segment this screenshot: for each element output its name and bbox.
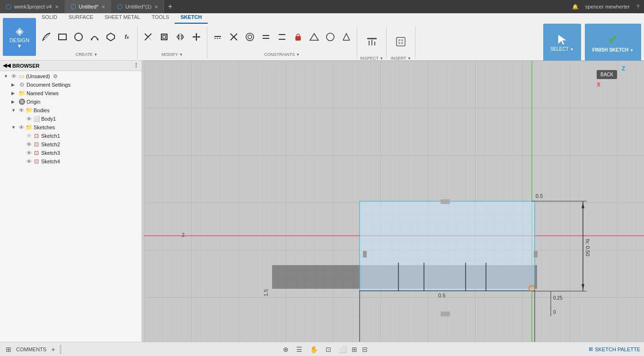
pan-tool-button[interactable]: ✋ xyxy=(308,345,320,354)
constraints-label: CONSTRAINTS ▼ xyxy=(265,52,300,58)
root-folder-icon: ▭ xyxy=(18,73,25,80)
browser-options-icon[interactable]: ⋮ xyxy=(133,62,139,69)
root-expand-arrow[interactable]: ▼ xyxy=(4,74,9,79)
doc-settings-arrow[interactable]: ▶ xyxy=(11,82,17,87)
tree-item-root[interactable]: ▼ 👁 ▭ (Unsaved) ⚙ xyxy=(0,72,141,80)
fx-label: fx xyxy=(124,34,129,40)
x-axis-label: X xyxy=(597,81,600,88)
modify-group: MODIFY ▼ xyxy=(138,27,207,59)
tree-item-sketch1[interactable]: ▶ 👁 ⊡ Sketch1 xyxy=(0,132,141,140)
bodies-visibility-icon[interactable]: 👁 xyxy=(19,107,24,113)
design-button[interactable]: ◈ DESIGN ▼ xyxy=(3,18,36,56)
display-settings-button[interactable]: ☰ xyxy=(294,345,304,354)
tab-week3[interactable]: ⬡ week3project v4 ✕ xyxy=(0,0,65,13)
browser-collapse-icon[interactable]: ◀◀ xyxy=(3,62,10,69)
insert-button[interactable] xyxy=(389,27,412,56)
select-button[interactable]: SELECT ▼ xyxy=(543,24,581,62)
equal-constraint-button[interactable] xyxy=(258,27,273,46)
trim-tool-button[interactable] xyxy=(141,27,156,46)
circle-constraint-button[interactable] xyxy=(242,27,257,46)
root-visibility-icon[interactable]: 👁 xyxy=(11,73,17,79)
constraints-group-items xyxy=(210,27,354,46)
finish-sketch-button[interactable]: ✔ FINISH SKETCH ▼ xyxy=(585,24,641,62)
triangle-constraint-button[interactable] xyxy=(307,27,322,46)
sketch1-visibility-icon[interactable]: 👁 xyxy=(26,133,32,139)
rectangle-tool-button[interactable] xyxy=(55,27,70,46)
origin-arrow[interactable]: ▶ xyxy=(11,99,17,104)
help-icon[interactable]: ? xyxy=(636,4,639,9)
bottombar-divider[interactable] xyxy=(60,345,62,354)
sketch3-visibility-icon[interactable]: 👁 xyxy=(26,150,32,156)
dim-0-label: 0 xyxy=(553,310,556,315)
fix-constraint-button[interactable] xyxy=(210,27,225,46)
tab-untitled1-close[interactable]: ✕ xyxy=(101,4,105,9)
perpendicular-constraint-button[interactable] xyxy=(226,27,241,46)
view-orientation-button[interactable]: ⊕ xyxy=(281,345,291,354)
sketch4-visibility-icon[interactable]: 👁 xyxy=(26,159,32,164)
sketch2-visibility-icon[interactable]: 👁 xyxy=(26,142,32,147)
browser-header-icons: ⋮ xyxy=(133,62,139,69)
lock-constraint-button[interactable] xyxy=(291,27,306,46)
circle2-constraint-button[interactable] xyxy=(323,27,338,46)
spike-constraint-button[interactable] xyxy=(339,27,354,46)
back-view-button[interactable]: BACK xyxy=(597,70,617,79)
zoom-fit-button[interactable]: ⊡ xyxy=(324,345,333,354)
arc-tool-button[interactable] xyxy=(87,27,102,46)
root-label: (Unsaved) xyxy=(26,73,50,79)
comments-add-icon[interactable]: + xyxy=(49,345,57,354)
inspect-button[interactable] xyxy=(361,27,383,56)
tab-solid[interactable]: SOLID xyxy=(36,12,63,24)
view-mode-2-button[interactable]: ⊞ xyxy=(350,345,359,354)
tab-sketch[interactable]: SKETCH xyxy=(175,12,207,24)
polygon-tool-button[interactable] xyxy=(103,27,118,46)
constraint-icon-1 xyxy=(363,251,367,258)
tab-untitled2-close[interactable]: ✕ xyxy=(154,4,158,9)
bodies-label: Bodies xyxy=(34,107,50,113)
tree-item-origin[interactable]: ▶ 🔘 Origin xyxy=(0,98,141,106)
create-label: CREATE ▼ xyxy=(76,52,97,58)
view-mode-1-button[interactable]: ⬜ xyxy=(337,345,349,354)
tree-item-bodies[interactable]: ▼ 👁 📁 Bodies xyxy=(0,106,141,115)
view-mode-3-button[interactable]: ⊟ xyxy=(360,345,370,354)
sketch-palette-button[interactable]: ⊞ SKETCH PALETTE xyxy=(589,346,640,352)
tree-item-body1[interactable]: ▶ 👁 ⬜ Body1 xyxy=(0,115,141,123)
sketch1-icon: ⊡ xyxy=(33,133,40,139)
equation-curve-button[interactable]: fx xyxy=(119,27,134,46)
svg-marker-14 xyxy=(195,39,197,41)
tab-surface[interactable]: SURFACE xyxy=(63,12,99,24)
tab-sheet-metal[interactable]: SHEET METAL xyxy=(99,12,146,24)
tree-item-sketch4[interactable]: ▶ 👁 ⊡ Sketch4 xyxy=(0,157,141,166)
z-axis-label: Z xyxy=(622,65,625,72)
root-settings-icon[interactable]: ⚙ xyxy=(53,73,58,80)
sketches-expand-arrow[interactable]: ▼ xyxy=(11,125,17,130)
canvas-area[interactable]: Z BACK X 2 xyxy=(144,61,644,342)
bodies-expand-arrow[interactable]: ▼ xyxy=(11,108,17,113)
tree-item-named-views[interactable]: ▶ 📁 Named Views xyxy=(0,89,141,98)
sketch-canvas[interactable]: 2 1.5 fx: 0.50 xyxy=(144,61,644,342)
tab-week3-close[interactable]: ✕ xyxy=(55,4,59,9)
tab-untitled2[interactable]: ⬡ Untitled*(1) ✕ xyxy=(111,0,164,13)
sketch3-icon: ⊡ xyxy=(33,150,40,156)
sketch1-label: Sketch1 xyxy=(41,133,60,139)
tab-tools[interactable]: TOOLS xyxy=(146,12,175,24)
tree-item-sketch3[interactable]: ▶ 👁 ⊡ Sketch3 xyxy=(0,149,141,157)
tree-item-doc-settings[interactable]: ▶ ⚙ Document Settings xyxy=(0,80,141,89)
browser-title: BROWSER xyxy=(12,63,39,69)
parallel-constraint-button[interactable] xyxy=(274,27,290,46)
tree-item-sketches[interactable]: ▼ 👁 📁 Sketches xyxy=(0,123,141,132)
body1-visibility-icon[interactable]: 👁 xyxy=(26,116,32,122)
line-tool-button[interactable] xyxy=(39,27,54,46)
new-tab-button[interactable]: + xyxy=(164,0,176,13)
circle-tool-button[interactable] xyxy=(71,27,86,46)
offset-tool-button[interactable] xyxy=(157,27,172,46)
mirror-tool-button[interactable] xyxy=(173,27,188,46)
tab-untitled1[interactable]: ⬡ Untitled* ✕ xyxy=(65,0,112,13)
body1-label: Body1 xyxy=(41,116,56,122)
move-tool-button[interactable] xyxy=(189,27,204,46)
tree-item-sketch2[interactable]: ▶ 👁 ⊡ Sketch2 xyxy=(0,140,141,149)
named-views-arrow[interactable]: ▶ xyxy=(11,91,17,96)
connector-bottom xyxy=(441,312,450,316)
comments-expand-icon[interactable]: ⊞ xyxy=(4,345,13,354)
sketches-visibility-icon[interactable]: 👁 xyxy=(19,125,24,130)
bodies-folder-icon: 📁 xyxy=(25,107,33,114)
